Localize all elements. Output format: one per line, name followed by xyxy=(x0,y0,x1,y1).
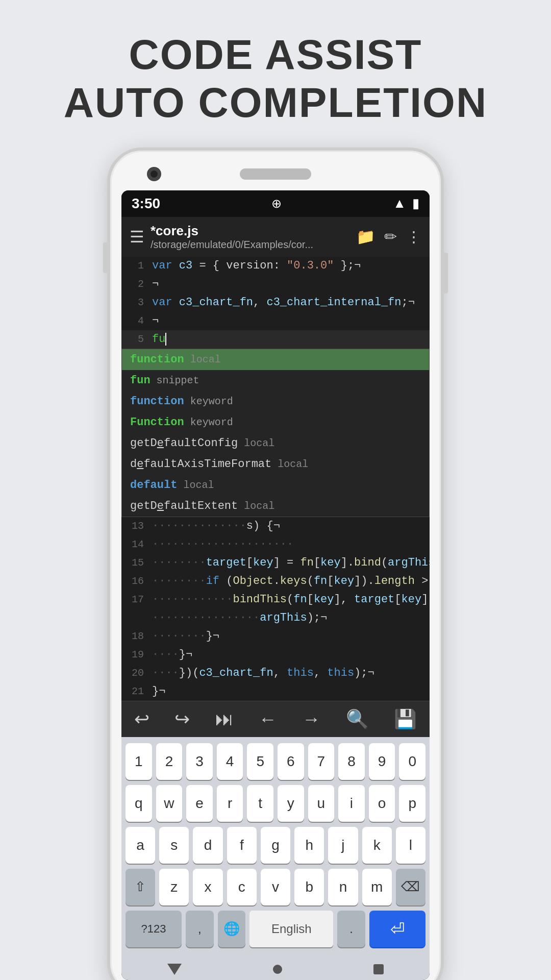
key-h[interactable]: h xyxy=(294,827,324,864)
period-key[interactable]: . xyxy=(337,911,365,947)
key-9[interactable]: 9 xyxy=(369,743,395,780)
key-8[interactable]: 8 xyxy=(338,743,365,780)
shift-key[interactable]: ⇧ xyxy=(126,869,155,905)
arrow-right-button[interactable]: → xyxy=(296,706,327,732)
key-u[interactable]: u xyxy=(308,785,335,822)
key-v[interactable]: v xyxy=(261,869,290,905)
key-n[interactable]: n xyxy=(328,869,358,905)
asdf-row: a s d f g h j k l xyxy=(126,827,425,864)
status-icon-notification: ⊕ xyxy=(271,197,282,211)
keyboard-wrapper: 1 2 3 4 5 6 7 8 9 0 q w e r t xyxy=(121,737,430,980)
autocomplete-item-3[interactable]: Function keyword xyxy=(122,412,429,433)
key-b[interactable]: b xyxy=(294,869,324,905)
undo-button[interactable]: ↩ xyxy=(128,706,156,732)
toolbar-title-area: *core.js /storage/emulated/0/Examples/co… xyxy=(151,223,350,251)
code-line-1: 1 var c3 = { version: "0.3.0" };¬ xyxy=(121,257,430,275)
phone-shell: 3:50 ⊕ ▲ ▮ ☰ *core.js /storage/emulated/… xyxy=(107,148,444,980)
key-i[interactable]: i xyxy=(338,785,365,822)
autocomplete-item-7[interactable]: getDefaultExtent local xyxy=(122,496,429,517)
arrow-left-button[interactable]: ← xyxy=(253,706,283,732)
key-5[interactable]: 5 xyxy=(247,743,273,780)
edit-icon[interactable]: ✏ xyxy=(384,228,397,246)
key-p[interactable]: p xyxy=(399,785,425,822)
menu-icon[interactable]: ☰ xyxy=(130,227,144,247)
folder-icon[interactable]: 📁 xyxy=(356,228,375,246)
key-o[interactable]: o xyxy=(369,785,395,822)
key-l[interactable]: l xyxy=(396,827,425,864)
key-0[interactable]: 0 xyxy=(399,743,425,780)
back-button[interactable] xyxy=(167,964,182,975)
number-row: 1 2 3 4 5 6 7 8 9 0 xyxy=(126,743,425,780)
phone-speaker xyxy=(240,168,311,180)
globe-key[interactable]: 🌐 xyxy=(218,911,246,947)
code-line-4: 4 ¬ xyxy=(121,312,430,330)
home-button[interactable] xyxy=(273,965,282,974)
key-r[interactable]: r xyxy=(217,785,243,822)
code-line-20: 20 ····})(c3_chart_fn, this, this);¬ xyxy=(121,664,430,682)
key-d[interactable]: d xyxy=(193,827,222,864)
code-editor[interactable]: 1 var c3 = { version: "0.3.0" };¬ 2 ¬ 3 … xyxy=(121,257,430,701)
code-line-21: 21 }¬ xyxy=(121,682,430,701)
more-icon[interactable]: ⋮ xyxy=(406,228,421,246)
code-line-18: 18 ········}¬ xyxy=(121,627,430,646)
toolbar-filename: *core.js xyxy=(151,223,350,239)
key-w[interactable]: w xyxy=(156,785,183,822)
title-line2: AUTO COMPLETION xyxy=(64,79,487,127)
code-line-15: 15 ········target[key] = fn[key].bind(ar… xyxy=(121,554,430,572)
key-g[interactable]: g xyxy=(261,827,290,864)
space-key[interactable]: English xyxy=(249,911,333,947)
key-e[interactable]: e xyxy=(186,785,213,822)
qwerty-row: q w e r t y u i o p xyxy=(126,785,425,822)
key-3[interactable]: 3 xyxy=(186,743,213,780)
autocomplete-item-5[interactable]: defaultAxisTimeFormat local xyxy=(122,454,429,475)
backspace-key[interactable]: ⌫ xyxy=(396,869,425,905)
key-j[interactable]: j xyxy=(328,827,358,864)
key-c[interactable]: c xyxy=(227,869,257,905)
key-x[interactable]: x xyxy=(193,869,222,905)
autocomplete-item-4[interactable]: getDefaultConfig local xyxy=(122,433,429,454)
status-icons: ▲ ▮ xyxy=(393,195,419,211)
key-y[interactable]: y xyxy=(278,785,304,822)
title-line1: CODE ASSIST xyxy=(64,31,487,79)
key-6[interactable]: 6 xyxy=(278,743,304,780)
autocomplete-item-6[interactable]: default local xyxy=(122,475,429,496)
autocomplete-item-1[interactable]: fun snippet xyxy=(122,370,429,391)
comma-key[interactable]: , xyxy=(186,911,214,947)
key-1[interactable]: 1 xyxy=(126,743,152,780)
key-k[interactable]: k xyxy=(362,827,392,864)
key-s[interactable]: s xyxy=(159,827,189,864)
recents-button[interactable] xyxy=(373,964,384,974)
symbols-key[interactable]: ?123 xyxy=(126,911,182,947)
page-title: CODE ASSIST AUTO COMPLETION xyxy=(64,31,487,127)
code-line-17b: ················argThis);¬ xyxy=(121,609,430,627)
skip-forward-button[interactable]: ⏭ xyxy=(209,706,240,732)
enter-key[interactable]: ⏎ xyxy=(369,911,425,947)
autocomplete-dropdown[interactable]: function local fun snippet function keyw… xyxy=(121,349,430,517)
battery-icon: ▮ xyxy=(412,195,419,211)
search-button[interactable]: 🔍 xyxy=(340,706,375,732)
autocomplete-item-2[interactable]: function keyword xyxy=(122,391,429,412)
key-2[interactable]: 2 xyxy=(156,743,183,780)
zxcv-row: ⇧ z x c v b n m ⌫ xyxy=(126,869,425,905)
key-a[interactable]: a xyxy=(126,827,155,864)
code-line-16: 16 ········if (Object.keys(fn[key]).leng… xyxy=(121,572,430,591)
phone-camera xyxy=(147,167,161,181)
code-line-3: 3 var c3_chart_fn, c3_chart_internal_fn;… xyxy=(121,293,430,312)
toolbar-path: /storage/emulated/0/Examples/cor... xyxy=(151,239,350,251)
autocomplete-item-0[interactable]: function local xyxy=(122,349,429,370)
redo-button[interactable]: ↪ xyxy=(168,706,196,732)
key-7[interactable]: 7 xyxy=(308,743,335,780)
code-line-14: 14 ····················· xyxy=(121,535,430,554)
key-m[interactable]: m xyxy=(362,869,392,905)
status-time: 3:50 xyxy=(132,195,160,212)
code-line-17: 17 ············bindThis(fn[key], target[… xyxy=(121,591,430,609)
key-q[interactable]: q xyxy=(126,785,152,822)
app-toolbar: ☰ *core.js /storage/emulated/0/Examples/… xyxy=(121,217,430,257)
bottom-row: ?123 , 🌐 English . ⏎ xyxy=(126,911,425,947)
key-4[interactable]: 4 xyxy=(217,743,243,780)
key-t[interactable]: t xyxy=(247,785,273,822)
key-z[interactable]: z xyxy=(159,869,189,905)
phone-top-bar xyxy=(121,165,430,183)
key-f[interactable]: f xyxy=(227,827,257,864)
save-button[interactable]: 💾 xyxy=(388,706,423,732)
